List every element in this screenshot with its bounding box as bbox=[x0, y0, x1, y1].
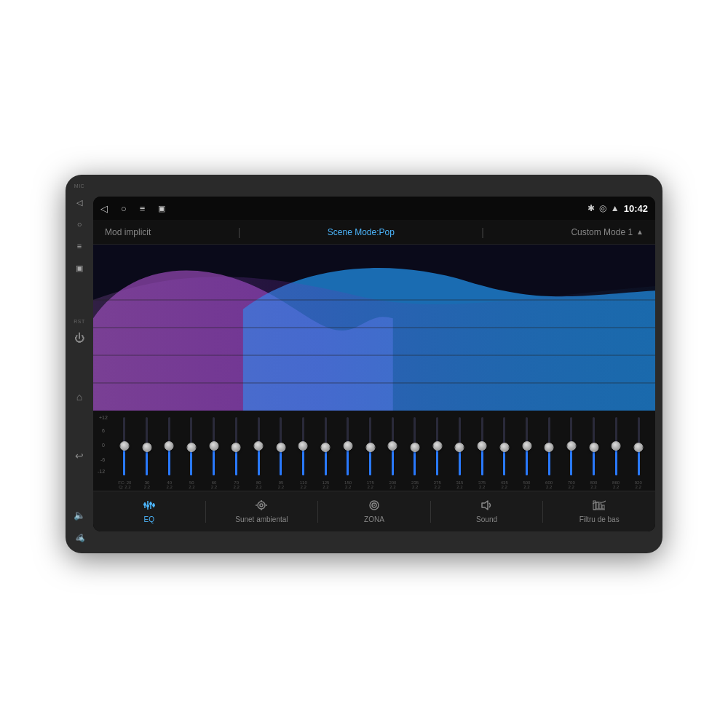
mode-arrow-icon: ▲ bbox=[636, 228, 644, 236]
slider-track[interactable] bbox=[347, 417, 349, 475]
slider-handle[interactable] bbox=[499, 443, 509, 452]
freq-label-col: 402.2 bbox=[158, 480, 181, 489]
slider-handle[interactable] bbox=[254, 441, 264, 451]
freq-q-label: 2.2 bbox=[248, 485, 270, 489]
freq-q-label: 2.2 bbox=[270, 485, 293, 489]
tab-filtru-label: Filtru de bas bbox=[579, 515, 620, 523]
power-btn[interactable]: ⏻ bbox=[71, 330, 87, 346]
slider-col bbox=[605, 414, 627, 479]
tab-zona[interactable]: ZONA bbox=[318, 491, 430, 531]
slider-col bbox=[181, 414, 202, 479]
slider-handle[interactable] bbox=[142, 443, 151, 452]
slider-track[interactable] bbox=[593, 417, 595, 475]
slider-handle[interactable] bbox=[455, 443, 464, 452]
slider-track[interactable] bbox=[190, 417, 192, 475]
slider-handle[interactable] bbox=[276, 443, 285, 452]
slider-track[interactable] bbox=[503, 417, 505, 475]
slider-track[interactable] bbox=[325, 417, 327, 475]
mode-implicit[interactable]: Mod implicit bbox=[105, 227, 151, 237]
slider-handle[interactable] bbox=[410, 443, 419, 452]
freq-q-label: 2.2 bbox=[448, 485, 471, 489]
vol-up-btn[interactable]: 🔈 bbox=[71, 507, 87, 523]
slider-track[interactable] bbox=[436, 417, 438, 475]
slider-track[interactable] bbox=[481, 417, 483, 475]
back-button[interactable]: ◁ bbox=[100, 203, 108, 214]
freq-label-col: 9202.2 bbox=[627, 480, 649, 489]
slider-track[interactable] bbox=[302, 417, 304, 475]
slider-handle[interactable] bbox=[298, 441, 308, 451]
slider-col bbox=[538, 414, 560, 479]
slider-handle[interactable] bbox=[165, 441, 174, 451]
slider-track[interactable] bbox=[570, 417, 572, 475]
slider-track[interactable] bbox=[414, 417, 416, 475]
slider-track[interactable] bbox=[526, 417, 528, 475]
clock: 10:42 bbox=[624, 203, 648, 214]
tab-eq[interactable]: EQ bbox=[93, 491, 205, 531]
svg-point-21 bbox=[373, 505, 375, 506]
slider-col bbox=[471, 414, 493, 479]
tab-sunet[interactable]: Sunet ambiental bbox=[206, 491, 318, 531]
location-icon: ◎ bbox=[599, 203, 606, 213]
freq-q-label: 2.2 bbox=[381, 485, 404, 489]
slider-col bbox=[516, 414, 538, 479]
slider-handle[interactable] bbox=[365, 443, 375, 452]
slider-handle[interactable] bbox=[186, 443, 196, 452]
eq-sliders-area: +12 6 0 -6 -12 FC: 20Q: 2.2302.2402.2502… bbox=[93, 411, 655, 491]
slider-handle[interactable] bbox=[432, 441, 442, 451]
slider-handle[interactable] bbox=[209, 441, 218, 451]
slider-handle[interactable] bbox=[478, 441, 487, 451]
home-btn[interactable]: ⌂ bbox=[71, 389, 87, 405]
slider-handle[interactable] bbox=[119, 441, 129, 451]
freq-label-col: 3752.2 bbox=[471, 480, 494, 489]
home-button[interactable]: ○ bbox=[121, 203, 127, 214]
back-nav-btn[interactable]: ◁ bbox=[71, 194, 87, 210]
slider-track[interactable] bbox=[369, 417, 371, 475]
home-circle-btn[interactable]: ○ bbox=[71, 216, 87, 232]
slider-col bbox=[337, 414, 359, 479]
vol-down-btn[interactable]: 🔈 bbox=[71, 529, 87, 545]
back-btn[interactable]: ↩ bbox=[71, 448, 87, 464]
slider-handle[interactable] bbox=[232, 443, 241, 452]
menu-btn[interactable]: ≡ bbox=[71, 238, 87, 254]
slider-track[interactable] bbox=[168, 417, 170, 475]
slider-track[interactable] bbox=[123, 417, 125, 475]
nav-buttons: ◁ ○ ≡ ▣ bbox=[100, 203, 165, 214]
slider-handle[interactable] bbox=[566, 441, 576, 451]
filtru-icon bbox=[593, 499, 606, 514]
freq-q-label: 2.2 bbox=[538, 485, 561, 489]
slider-col bbox=[360, 414, 381, 479]
slider-track[interactable] bbox=[280, 417, 282, 475]
recents-button[interactable]: ≡ bbox=[140, 203, 146, 214]
slider-track[interactable] bbox=[146, 417, 148, 475]
tab-filtru[interactable]: Filtru de bas bbox=[543, 491, 655, 531]
slider-track[interactable] bbox=[548, 417, 550, 475]
slider-track[interactable] bbox=[615, 417, 617, 475]
slider-fill bbox=[526, 446, 528, 475]
slider-track[interactable] bbox=[235, 417, 237, 475]
slider-col bbox=[293, 414, 314, 479]
slider-handle[interactable] bbox=[343, 441, 352, 451]
screenshot-btn[interactable]: ▣ bbox=[71, 260, 87, 276]
slider-track[interactable] bbox=[638, 417, 640, 475]
slider-handle[interactable] bbox=[522, 441, 531, 451]
slider-handle[interactable] bbox=[321, 443, 331, 452]
slider-fill bbox=[436, 446, 438, 475]
sound-icon bbox=[480, 499, 494, 514]
slider-handle[interactable] bbox=[545, 443, 554, 452]
svg-point-12 bbox=[152, 504, 155, 507]
slider-track[interactable] bbox=[213, 417, 215, 475]
tab-sound[interactable]: Sound bbox=[431, 491, 543, 531]
slider-handle[interactable] bbox=[388, 441, 397, 451]
slider-track[interactable] bbox=[459, 417, 461, 475]
slider-handle[interactable] bbox=[612, 441, 621, 451]
scene-mode[interactable]: Scene Mode:Pop bbox=[328, 227, 395, 237]
slider-handle[interactable] bbox=[589, 443, 598, 452]
custom-mode[interactable]: Custom Mode 1 ▲ bbox=[571, 227, 644, 237]
slider-handle[interactable] bbox=[634, 443, 644, 452]
freq-label-col: 802.2 bbox=[248, 480, 270, 489]
screenshot-button[interactable]: ▣ bbox=[158, 204, 165, 213]
freq-label-col: 3152.2 bbox=[448, 480, 471, 489]
slider-col bbox=[203, 414, 225, 479]
slider-track[interactable] bbox=[392, 417, 394, 475]
slider-track[interactable] bbox=[258, 417, 260, 475]
